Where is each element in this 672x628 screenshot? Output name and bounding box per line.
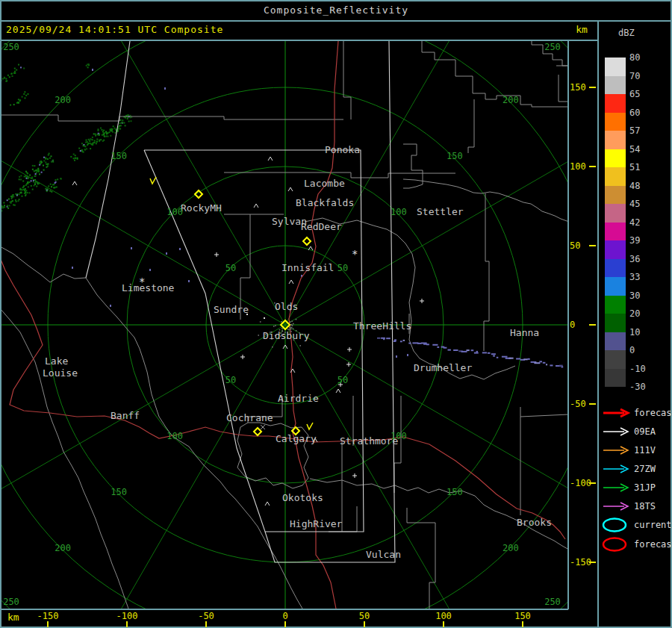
radar-echo-pixel: [51, 186, 52, 187]
radar-echo-pixel: [110, 135, 111, 137]
map-content: [0, 0, 672, 628]
radar-echo-pixel: [34, 170, 35, 172]
radar-echo-pixel: [34, 175, 36, 177]
radar-echo-pixel: [22, 181, 24, 182]
radar-echo-pixel: [106, 133, 108, 134]
colorbar-tick-label: 10: [629, 328, 659, 337]
radar-echo-pixel: [19, 100, 21, 102]
radar-echo-pixel: [32, 169, 34, 170]
clutter-pixel: [293, 323, 294, 325]
asterisk-town-marker: *: [139, 276, 145, 287]
radar-echo-pixel: [81, 143, 83, 144]
x-axis-unit-label: km: [7, 612, 19, 622]
colorbar-tick-label: 57: [629, 126, 659, 135]
radar-echo-pixel: [23, 68, 25, 69]
radar-echo-pixel: [2, 78, 4, 80]
radar-app-window: Composite_Reflectivity 2025/09/24 14:01:…: [0, 0, 672, 628]
range-ring-label: 150: [445, 488, 464, 497]
range-ring-label: 50: [221, 376, 240, 385]
radar-echo-pixel: [188, 280, 190, 282]
x-tick-mark: [443, 621, 444, 627]
x-tick-mark: [205, 621, 207, 627]
clutter-pixel: [281, 328, 283, 329]
colorbar-tick-label: 65: [629, 90, 659, 99]
county-boundary: [484, 193, 489, 351]
county-boundary: [343, 41, 351, 119]
echo-streak-dash: [400, 341, 402, 342]
echo-streak-dash: [394, 339, 396, 341]
city-label-sundre: Sundre: [214, 305, 249, 314]
radar-echo-pixel: [55, 179, 57, 181]
radar-echo-pixel: [29, 181, 31, 183]
radar-echo-pixel: [31, 180, 32, 181]
colorbar-tick-label: 60: [629, 108, 659, 117]
radar-echo-pixel: [26, 178, 28, 179]
radar-echo-pixel: [11, 198, 13, 199]
radar-echo-pixel: [5, 81, 7, 82]
radar-map-canvas[interactable]: [0, 0, 672, 628]
range-ring-label: 200: [53, 96, 72, 105]
radar-echo-pixel: [84, 145, 85, 146]
radar-echo-pixel: [20, 192, 22, 193]
colorbar-tick-label: 33: [629, 273, 659, 282]
clutter-pixel: [281, 321, 282, 323]
echo-streak-dash: [516, 358, 520, 360]
y-tick-mark: [589, 87, 596, 88]
radar-echo-pixel: [23, 189, 25, 190]
radar-echo-pixel: [34, 184, 36, 185]
radar-echo-pixel: [2, 207, 4, 208]
colorbar-swatch-60: [605, 113, 626, 131]
clutter-pixel: [275, 325, 276, 326]
caret-town-marker-icon: [254, 204, 258, 208]
range-ring-label-250: 250: [1, 43, 21, 52]
radar-echo-pixel: [7, 199, 8, 201]
radar-echo-pixel: [43, 165, 44, 167]
radar-echo-pixel: [96, 143, 97, 144]
radar-echo-pixel: [49, 158, 51, 159]
radar-echo-pixel: [106, 136, 108, 137]
radar-echo-pixel: [22, 96, 23, 98]
radar-echo-pixel: [114, 128, 116, 129]
colorbar-swatch-42: [605, 223, 626, 241]
city-label-rockymh: RockyMH: [181, 203, 222, 213]
colorbar-tick-label: 42: [629, 218, 659, 227]
radar-echo-pixel: [3, 202, 4, 204]
echo-streak-dash: [546, 364, 547, 365]
radar-echo-pixel: [104, 135, 105, 137]
radar-echo-pixel: [396, 355, 397, 358]
radar-echo-pixel: [115, 132, 116, 134]
radar-echo-pixel: [103, 132, 105, 134]
city-label-lacombe: Lacombe: [304, 178, 345, 188]
radar-echo-pixel: [8, 199, 10, 200]
radar-echo-pixel: [18, 200, 19, 202]
range-ring-label: 100: [165, 208, 184, 217]
radar-echo-pixel: [24, 175, 25, 177]
y-tick-mark: [589, 245, 596, 246]
radar-echo-pixel: [27, 182, 28, 184]
radar-echo-pixel: [40, 162, 41, 164]
range-ring-label: 50: [333, 264, 352, 273]
colorbar-tick-label: 39: [629, 236, 659, 245]
echo-streak-dash: [417, 343, 421, 344]
radar-echo-pixel: [119, 119, 121, 121]
radar-echo-pixel: [20, 175, 22, 176]
radar-echo-pixel: [10, 201, 12, 202]
caret-town-marker-icon: [336, 389, 340, 393]
legend-arrowhead-icon: [620, 503, 628, 510]
clutter-pixel: [290, 321, 291, 323]
city-label-stettler: Stettler: [417, 207, 464, 217]
legend-arrowhead-icon: [620, 447, 628, 454]
radar-echo-pixel: [45, 188, 46, 190]
colorbar-title: dBZ: [618, 28, 635, 37]
radar-echo-pixel: [22, 196, 23, 197]
city-label-ponoka: Ponoka: [325, 145, 360, 155]
radar-echo-pixel: [34, 165, 35, 167]
colorbar-swatch-30: [605, 296, 626, 314]
radar-echo-pixel: [407, 354, 408, 356]
radar-echo-pixel: [27, 192, 28, 193]
radar-echo-pixel: [4, 207, 5, 208]
x-tick-mark: [126, 621, 128, 627]
radar-echo-pixel: [47, 158, 49, 160]
echo-streak-dash: [543, 362, 546, 364]
radar-echo-pixel: [149, 269, 151, 271]
